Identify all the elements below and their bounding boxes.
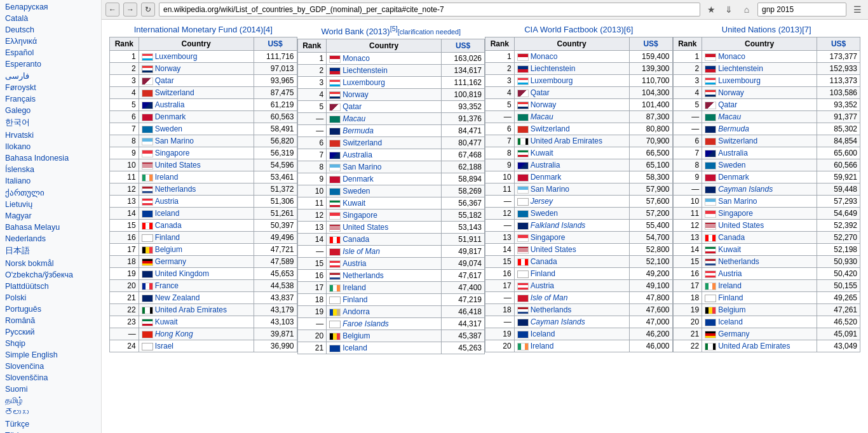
- country-link[interactable]: Israel: [155, 342, 173, 350]
- sidebar-item[interactable]: Hrvatski: [0, 130, 101, 141]
- country-link[interactable]: United States: [155, 161, 201, 170]
- country-link[interactable]: United Arab Emirates: [718, 342, 790, 350]
- home-button[interactable]: ⌂: [740, 3, 754, 17]
- country-link[interactable]: San Marino: [718, 197, 757, 206]
- country-link[interactable]: Austria: [718, 269, 742, 278]
- country-link[interactable]: Luxembourg: [342, 78, 385, 87]
- country-link[interactable]: Faroe Islands: [342, 319, 389, 328]
- reload-button[interactable]: ↻: [141, 3, 155, 17]
- sidebar-item[interactable]: Esperanto: [0, 58, 101, 70]
- country-link[interactable]: Qatar: [342, 102, 362, 111]
- country-link[interactable]: United States: [342, 223, 388, 232]
- country-link[interactable]: Kuwait: [342, 199, 365, 208]
- country-link[interactable]: Germany: [718, 330, 749, 338]
- country-link[interactable]: United States: [718, 221, 764, 230]
- country-link[interactable]: Kuwait: [718, 245, 741, 254]
- country-link[interactable]: Finland: [342, 295, 367, 304]
- country-link[interactable]: Monaco: [531, 52, 558, 61]
- country-link[interactable]: Iceland: [342, 343, 367, 352]
- country-link[interactable]: Singapore: [342, 211, 377, 220]
- sidebar-item[interactable]: తెలుగు: [0, 407, 101, 418]
- sidebar-item[interactable]: Magyar: [0, 210, 101, 222]
- country-link[interactable]: Macau: [718, 112, 741, 121]
- country-link[interactable]: France: [155, 281, 179, 290]
- country-link[interactable]: Cayman Islands: [531, 317, 585, 326]
- country-link[interactable]: Australia: [342, 150, 372, 159]
- country-link[interactable]: Qatar: [531, 88, 550, 97]
- sidebar-item[interactable]: Română: [0, 315, 101, 326]
- country-link[interactable]: Canada: [531, 257, 557, 266]
- sidebar-item[interactable]: Nederlands: [0, 233, 101, 244]
- country-link[interactable]: Singapore: [155, 149, 190, 157]
- country-link[interactable]: Belgium: [718, 305, 745, 314]
- country-link[interactable]: Luxembourg: [155, 52, 198, 61]
- country-link[interactable]: Hong Kong: [155, 330, 193, 338]
- country-link[interactable]: Liechtenstein: [342, 66, 388, 75]
- country-link[interactable]: Singapore: [531, 233, 566, 242]
- sidebar-item[interactable]: Türkmençe: [0, 430, 101, 433]
- country-link[interactable]: United Arab Emirates: [155, 305, 227, 314]
- country-link[interactable]: Bermuda: [342, 126, 374, 135]
- country-link[interactable]: Netherlands: [155, 185, 196, 194]
- menu-button[interactable]: ☰: [850, 3, 864, 17]
- country-link[interactable]: Isle of Man: [531, 293, 568, 302]
- country-link[interactable]: Netherlands: [531, 305, 572, 314]
- sidebar-item[interactable]: Español: [0, 47, 101, 58]
- country-link[interactable]: Liechtenstein: [718, 64, 763, 73]
- sidebar-item[interactable]: Bahasa Indonesia: [0, 152, 101, 164]
- country-link[interactable]: Netherlands: [718, 257, 759, 266]
- country-link[interactable]: Netherlands: [342, 271, 384, 280]
- sidebar-item[interactable]: Plattdüütsch: [0, 281, 101, 292]
- country-link[interactable]: San Marino: [531, 185, 569, 194]
- sidebar-item[interactable]: Català: [0, 13, 101, 24]
- sidebar-item[interactable]: Íslenska: [0, 164, 101, 175]
- country-link[interactable]: Norway: [155, 64, 181, 73]
- country-link[interactable]: Falkland Islands: [531, 221, 586, 230]
- sidebar-item[interactable]: Português: [0, 303, 101, 315]
- country-link[interactable]: Luxembourg: [718, 76, 761, 85]
- country-link[interactable]: Macau: [531, 112, 553, 121]
- country-link[interactable]: Norway: [342, 90, 369, 99]
- country-link[interactable]: Ireland: [531, 342, 554, 350]
- country-link[interactable]: Sweden: [342, 187, 370, 196]
- country-link[interactable]: Qatar: [155, 76, 174, 85]
- url-bar[interactable]: [159, 3, 700, 17]
- country-link[interactable]: Denmark: [342, 175, 374, 183]
- sidebar-item[interactable]: Ελληνικά: [0, 36, 101, 47]
- country-link[interactable]: Belgium: [342, 331, 370, 340]
- sidebar-item[interactable]: O'zbekcha/ўзбекча: [0, 269, 101, 281]
- sidebar-item[interactable]: Lietuvių: [0, 199, 101, 210]
- country-link[interactable]: Bermuda: [718, 124, 749, 133]
- sidebar-item[interactable]: Føroyskt: [0, 82, 101, 93]
- country-link[interactable]: Finland: [155, 233, 180, 242]
- country-link[interactable]: Sweden: [155, 124, 182, 133]
- country-link[interactable]: Canada: [718, 233, 745, 242]
- sidebar-item[interactable]: Türkçe: [0, 418, 101, 430]
- country-link[interactable]: Switzerland: [531, 124, 570, 133]
- country-link[interactable]: Singapore: [718, 209, 753, 218]
- country-link[interactable]: Norway: [531, 100, 557, 109]
- country-link[interactable]: Austria: [531, 281, 554, 290]
- sidebar-item[interactable]: ქართული: [0, 187, 101, 199]
- sidebar-item[interactable]: Shqip: [0, 338, 101, 349]
- country-link[interactable]: Canada: [155, 221, 182, 230]
- country-link[interactable]: Macau: [342, 114, 365, 123]
- country-link[interactable]: Cayman Islands: [718, 185, 773, 194]
- sidebar-item[interactable]: Italiano: [0, 175, 101, 187]
- country-link[interactable]: Switzerland: [342, 138, 382, 147]
- sidebar-item[interactable]: Galego: [0, 105, 101, 116]
- country-link[interactable]: Isle of Man: [342, 247, 380, 256]
- sidebar-item[interactable]: Suomi: [0, 383, 101, 395]
- sidebar-item[interactable]: Bahasa Melayu: [0, 222, 101, 233]
- country-link[interactable]: Ireland: [155, 173, 179, 182]
- country-link[interactable]: Liechtenstein: [531, 64, 576, 73]
- country-link[interactable]: Denmark: [155, 112, 186, 121]
- country-link[interactable]: Norway: [718, 88, 744, 97]
- country-link[interactable]: United Arab Emirates: [531, 137, 602, 145]
- country-link[interactable]: Canada: [342, 235, 369, 244]
- country-link[interactable]: Finland: [718, 293, 743, 302]
- bookmark-button[interactable]: ★: [704, 3, 718, 17]
- country-link[interactable]: Monaco: [342, 54, 370, 63]
- country-link[interactable]: San Marino: [342, 163, 381, 171]
- sidebar-item[interactable]: Русский: [0, 326, 101, 338]
